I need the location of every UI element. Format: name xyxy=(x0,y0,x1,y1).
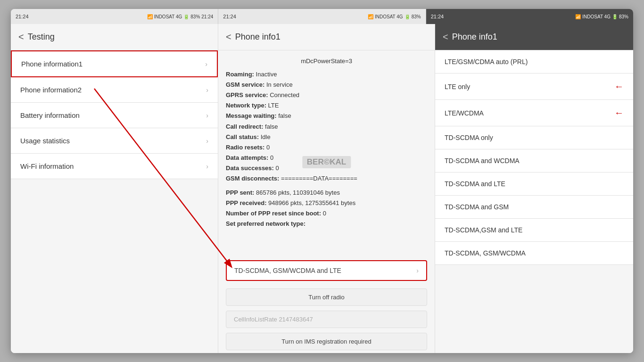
network-option-label-td-scdma-gsm: TD-SCDMA and GSM xyxy=(445,203,509,211)
call-status-line: Call status: Idle xyxy=(226,132,427,142)
gsm-disconnects-line: GSM disconnects: =========DATA======== xyxy=(226,173,427,184)
network-option-td-scdma-only[interactable]: TD-SCDMA only xyxy=(435,126,633,149)
carrier-2: INDOSAT 4G xyxy=(375,14,403,19)
cell-info-rate-field[interactable]: CellInfoListRate 2147483647 xyxy=(226,311,427,328)
network-option-td-scdma-gsm-wcdma[interactable]: TD-SCDMA, GSM/WCDMA xyxy=(435,242,633,265)
network-option-label-td-scdma-lte: TD-SCDMA and LTE xyxy=(445,180,505,188)
network-option-lte-gsm-cdma[interactable]: LTE/GSM/CDMA auto (PRL) xyxy=(435,50,633,74)
status-bar: 21:24 📶 INDOSAT 4G 🔋 83% 21:24 21:24 📶 I… xyxy=(11,9,633,24)
network-option-td-scdma-lte[interactable]: TD-SCDMA and LTE xyxy=(435,173,633,196)
app-bar-testing: < Testing xyxy=(11,24,218,50)
menu-item-label-phone-info2: Phone information2 xyxy=(20,86,82,94)
menu-item-label-phone-info1: Phone information1 xyxy=(21,60,83,68)
chevron-icon-phone-info1: › xyxy=(205,60,207,68)
network-option-label-td-scdma-wcdma: TD-SCDMA and WCDMA xyxy=(445,157,520,165)
time-1: 21:24 xyxy=(16,14,29,19)
chevron-icon-usage: › xyxy=(206,137,208,145)
network-type-line: Network type: LTE xyxy=(226,100,427,111)
data-successes-line: Data successes: 0 xyxy=(226,163,427,173)
status-bar-section-1: 21:24 📶 INDOSAT 4G 🔋 83% 21:24 xyxy=(11,9,218,24)
back-button-phone-info1[interactable]: < xyxy=(226,32,231,42)
network-option-label-lte-gsm-cdma: LTE/GSM/CDMA auto (PRL) xyxy=(445,58,528,66)
arrow-icon-lte-only: ← xyxy=(614,81,624,92)
phone-info1-content: mDcPowerState=3 Roaming: Inactive GSM se… xyxy=(218,50,435,255)
set-preferred-network-line: Set preferred network type: xyxy=(226,219,427,229)
network-option-td-scdma-gsm-lte[interactable]: TD-SCDMA,GSM and LTE xyxy=(435,219,633,242)
menu-item-label-usage: Usage statistics xyxy=(20,137,70,145)
menu-item-label-battery: Battery information xyxy=(20,111,80,119)
turn-off-radio-button[interactable]: Turn off radio xyxy=(226,288,427,306)
network-type-list: LTE/GSM/CDMA auto (PRL) LTE only ← LTE/W… xyxy=(435,50,633,353)
call-redirect-line: Call redirect: false xyxy=(226,122,427,132)
menu-item-wifi[interactable]: Wi-Fi information › xyxy=(11,154,218,179)
ppp-reset-line: Number of PPP reset since boot: 0 xyxy=(226,208,427,219)
chevron-icon-battery: › xyxy=(206,112,208,119)
time-3: 21:24 xyxy=(431,14,444,19)
carrier-3: INDOSAT 4G xyxy=(582,14,611,19)
battery-icon-2: 🔋 xyxy=(405,14,410,19)
battery-2: 83% xyxy=(412,14,421,19)
network-selector-chevron-icon: › xyxy=(416,267,419,274)
screen-testing: < Testing Phone information1 › Phone inf… xyxy=(11,24,218,353)
status-bar-section-2: 21:24 📶 INDOSAT 4G 🔋 83% xyxy=(218,9,426,24)
screen-title-testing: Testing xyxy=(28,32,55,42)
ppp-section: PPP sent: 865786 pkts, 110391046 bytes P… xyxy=(226,188,427,229)
arrow-icon-lte-wcdma: ← xyxy=(614,107,624,118)
network-option-label-lte-wcdma: LTE/WCDMA xyxy=(445,109,484,117)
gprs-service-line: GPRS service: Connected xyxy=(226,90,427,100)
network-option-lte-only[interactable]: LTE only ← xyxy=(435,74,633,100)
screen-title-phone-info1: Phone info1 xyxy=(235,32,281,42)
back-button-network-type[interactable]: < xyxy=(443,32,448,42)
signal-icon-3: 📶 xyxy=(575,14,581,19)
status-icons-1: 📶 INDOSAT 4G 🔋 83% 21:24 xyxy=(147,14,214,19)
menu-item-phone-info1[interactable]: Phone information1 › xyxy=(11,50,218,77)
menu-item-phone-info2[interactable]: Phone information2 › xyxy=(11,77,218,103)
screen-phone-info1: < Phone info1 mDcPowerState=3 Roaming: I… xyxy=(218,24,435,353)
battery-icon-3: 🔋 xyxy=(612,14,618,19)
network-option-label-td-scdma-gsm-lte: TD-SCDMA,GSM and LTE xyxy=(445,226,522,234)
app-bar-phone-info1: < Phone info1 xyxy=(218,24,435,50)
time-repeat-1: 21:24 xyxy=(201,14,213,19)
network-option-label-lte-only: LTE only xyxy=(445,83,470,90)
battery-1: 83% xyxy=(190,14,200,19)
battery-3: 83% xyxy=(619,14,628,19)
radio-resets-line: Radio resets: 0 xyxy=(226,142,427,153)
power-state-line: mDcPowerState=3 xyxy=(226,56,427,66)
back-button-testing[interactable]: < xyxy=(18,32,24,42)
chevron-icon-phone-info2: › xyxy=(206,86,208,94)
screen-network-type: < Phone info1 LTE/GSM/CDMA auto (PRL) LT… xyxy=(435,24,633,353)
status-icons-2: 📶 INDOSAT 4G 🔋 83% xyxy=(368,14,421,19)
ppp-sent-line: PPP sent: 865786 pkts, 110391046 bytes xyxy=(226,188,427,198)
time-2: 21:24 xyxy=(223,14,236,19)
network-option-label-td-scdma-gsm-wcdma: TD-SCDMA, GSM/WCDMA xyxy=(445,249,526,257)
menu-item-battery[interactable]: Battery information › xyxy=(11,103,218,128)
data-attempts-line: Data attempts: 0 xyxy=(226,153,427,163)
ppp-received-line: PPP received: 948966 pkts, 1275355641 by… xyxy=(226,198,427,208)
carrier-1: INDOSAT 4G xyxy=(154,14,182,19)
roaming-line: Roaming: Inactive xyxy=(226,69,427,80)
status-icons-3: 📶 INDOSAT 4G 🔋 83% xyxy=(575,14,628,19)
network-option-lte-wcdma[interactable]: LTE/WCDMA ← xyxy=(435,100,633,126)
network-selector-label: TD-SCDMA, GSM/WCDMA and LTE xyxy=(234,267,341,274)
signal-icon-2: 📶 xyxy=(368,14,373,19)
message-waiting-line: Message waiting: false xyxy=(226,111,427,121)
network-option-td-scdma-wcdma[interactable]: TD-SCDMA and WCDMA xyxy=(435,149,633,173)
network-selector[interactable]: TD-SCDMA, GSM/WCDMA and LTE › xyxy=(226,260,427,281)
gsm-service-line: GSM service: In service xyxy=(226,80,427,90)
signal-icon-1: 📶 xyxy=(147,14,153,19)
menu-item-label-wifi: Wi-Fi information xyxy=(20,162,74,170)
network-option-td-scdma-gsm[interactable]: TD-SCDMA and GSM xyxy=(435,196,633,219)
screens-container: < Testing Phone information1 › Phone inf… xyxy=(11,24,633,353)
status-bar-section-3: 21:24 📶 INDOSAT 4G 🔋 83% xyxy=(426,9,633,24)
menu-item-usage[interactable]: Usage statistics › xyxy=(11,128,218,154)
network-option-label-td-scdma-only: TD-SCDMA only xyxy=(445,134,493,141)
app-bar-network-type: < Phone info1 xyxy=(435,24,633,50)
turn-on-ims-button[interactable]: Turn on IMS registration required xyxy=(226,333,427,350)
screen-title-network-type: Phone info1 xyxy=(452,32,497,42)
chevron-icon-wifi: › xyxy=(206,163,208,170)
battery-icon-1: 🔋 xyxy=(183,14,189,19)
testing-menu-list: Phone information1 › Phone information2 … xyxy=(11,50,218,353)
